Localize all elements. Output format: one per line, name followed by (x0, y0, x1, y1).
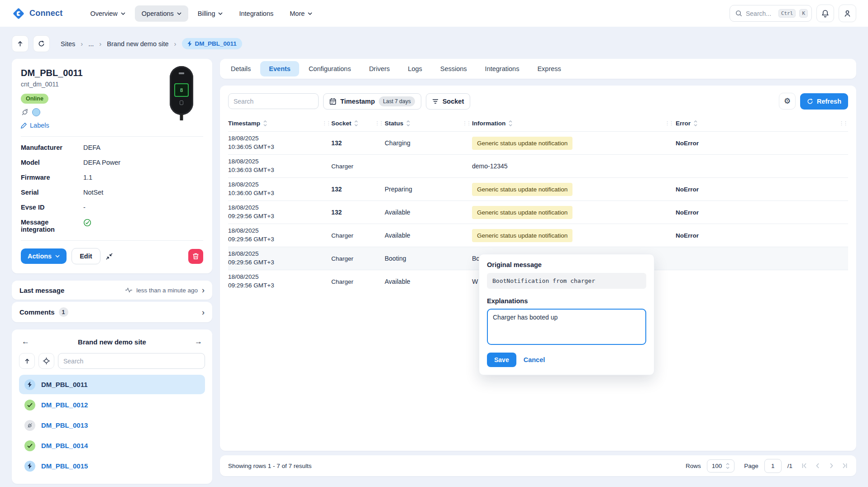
breadcrumb-site[interactable]: Brand new demo site (107, 40, 168, 48)
user-icon (844, 10, 851, 18)
site-device-search-input[interactable] (58, 353, 205, 369)
tab-details[interactable]: Details (222, 61, 259, 76)
sort-icon[interactable] (694, 120, 697, 126)
last-message-label: Last message (19, 286, 64, 294)
table-row[interactable]: 18/08/202510:36:00 GMT+3 132 Preparing G… (228, 177, 848, 201)
device-list-item[interactable]: DM_PBL_0014 (19, 436, 205, 455)
table-row[interactable]: 18/08/202510:36:05 GMT+3 132 Charging Ge… (228, 131, 848, 154)
timestamp-filter-button[interactable]: Timestamp Last 7 days (323, 93, 421, 110)
breadcrumb-ellipsis[interactable]: ... (88, 40, 94, 48)
timestamp-range-badge: Last 7 days (379, 96, 415, 106)
first-page-button[interactable] (801, 463, 807, 469)
notifications-button[interactable] (816, 5, 834, 22)
column-drag-handle[interactable]: ⋮⋮ (321, 120, 331, 126)
filter-icon (432, 99, 439, 104)
chevron-down-icon (121, 12, 125, 15)
breadcrumb-device-chip[interactable]: DM_PBL_0011 (182, 38, 242, 49)
sort-icon[interactable] (509, 120, 512, 126)
nav-item-billing[interactable]: Billing (191, 5, 230, 22)
save-button[interactable]: Save (487, 353, 516, 367)
previous-page-button[interactable] (815, 463, 821, 469)
page-number-input[interactable] (764, 459, 782, 473)
column-header-timestamp[interactable]: Timestamp (228, 120, 321, 127)
column-header-error[interactable]: Error (676, 120, 838, 127)
brand-name: Connect (29, 9, 62, 18)
next-page-button[interactable] (828, 463, 835, 469)
chevron-right-icon: › (174, 40, 176, 48)
activity-pulse-icon (125, 287, 132, 293)
comments-row[interactable]: Comments 1 › (12, 302, 212, 322)
events-search-input[interactable] (228, 93, 319, 109)
last-page-button[interactable] (842, 463, 848, 469)
next-site-arrow[interactable]: → (192, 336, 205, 347)
delete-device-button[interactable] (188, 249, 203, 264)
chevron-right-icon: › (202, 308, 205, 316)
tab-integrations[interactable]: Integrations (477, 61, 528, 76)
sort-icon[interactable] (406, 120, 410, 126)
global-search-input[interactable]: Search... Ctrl K (730, 5, 812, 22)
cancel-link[interactable]: Cancel (524, 356, 545, 363)
message-explanation-popover: Original message BootNotification from c… (479, 254, 654, 375)
socket-filter-button[interactable]: Socket (426, 93, 471, 110)
info-highlight: Generic status update notification (472, 183, 572, 196)
pencil-icon (21, 123, 27, 129)
chevron-right-icon: › (81, 40, 83, 48)
top-navigation: Connect Overview Operations Billing Inte… (0, 0, 868, 27)
events-panel: Timestamp Last 7 days Socket ⚙ Refresh (220, 86, 856, 451)
rows-label: Rows (686, 463, 701, 469)
column-header-socket[interactable]: Socket (331, 120, 373, 127)
sort-icon[interactable] (263, 120, 267, 126)
column-header-information[interactable]: Information (472, 120, 662, 127)
column-drag-handle[interactable]: ⋮⋮ (461, 120, 472, 126)
device-list-item[interactable]: DM_PBL_0012 (19, 395, 205, 415)
sort-icon[interactable] (354, 120, 358, 126)
site-navigator-card: ← Brand new demo site → DM_PBL_0011 (12, 329, 212, 484)
edit-labels-link[interactable]: Labels (21, 122, 203, 129)
table-row[interactable]: 18/08/202509:29:56 GMT+3 Charger Availab… (228, 224, 848, 247)
column-drag-handle[interactable]: ⋮⋮ (662, 120, 676, 126)
tab-express[interactable]: Express (529, 61, 569, 76)
site-up-button[interactable] (19, 353, 35, 369)
refresh-page-button[interactable] (33, 35, 50, 52)
column-drag-handle[interactable]: ⋮⋮ (838, 120, 848, 126)
rows-per-page-select[interactable]: 100 (707, 459, 735, 473)
locate-button[interactable] (38, 353, 54, 369)
table-settings-button[interactable]: ⚙ (779, 93, 796, 110)
edit-button[interactable]: Edit (72, 248, 100, 264)
field-value: DEFA Power (83, 159, 203, 166)
nav-item-integrations[interactable]: Integrations (232, 5, 280, 22)
explanations-label: Explanations (487, 297, 646, 305)
tab-events[interactable]: Events (260, 61, 299, 76)
table-row[interactable]: 18/08/202509:29:56 GMT+3 132 Available G… (228, 201, 848, 224)
tab-drivers[interactable]: Drivers (360, 61, 398, 76)
charging-plug-icon (21, 108, 29, 116)
field-value: DEFA (83, 144, 203, 151)
nav-item-more[interactable]: More (283, 5, 319, 22)
refresh-events-button[interactable]: Refresh (800, 93, 848, 110)
device-list-item[interactable]: DM_PBL_0015 (19, 456, 205, 476)
column-drag-handle[interactable]: ⋮⋮ (373, 120, 385, 126)
collapse-panel-icon[interactable] (105, 253, 113, 260)
arrow-up-icon (24, 358, 30, 364)
tab-configurations[interactable]: Configurations (300, 61, 360, 76)
nav-item-overview[interactable]: Overview (83, 5, 132, 22)
tab-sessions[interactable]: Sessions (432, 61, 476, 76)
device-list-item[interactable]: DM_PBL_0013 (19, 415, 205, 435)
user-menu-button[interactable] (839, 5, 856, 22)
gear-icon: ⚙ (784, 97, 791, 105)
tab-logs[interactable]: Logs (399, 61, 430, 76)
last-message-row[interactable]: Last message less than a minute ago › (12, 281, 212, 300)
app-logo[interactable]: Connect (12, 7, 62, 20)
breadcrumb-sites[interactable]: Sites (61, 40, 75, 48)
table-row[interactable]: 18/08/202510:36:03 GMT+3 Charger demo-12… (228, 154, 848, 177)
page-total: /1 (787, 463, 792, 469)
column-header-status[interactable]: Status (385, 120, 461, 127)
go-up-button[interactable] (12, 35, 29, 52)
device-list-item[interactable]: DM_PBL_0011 (19, 375, 205, 394)
check-status-icon (24, 440, 35, 451)
site-title: Brand new demo site (32, 338, 192, 346)
explanations-textarea[interactable]: Charger has booted up (487, 309, 646, 345)
actions-button[interactable]: Actions (21, 248, 67, 264)
prev-site-arrow[interactable]: ← (19, 336, 32, 347)
nav-item-operations[interactable]: Operations (135, 5, 188, 22)
